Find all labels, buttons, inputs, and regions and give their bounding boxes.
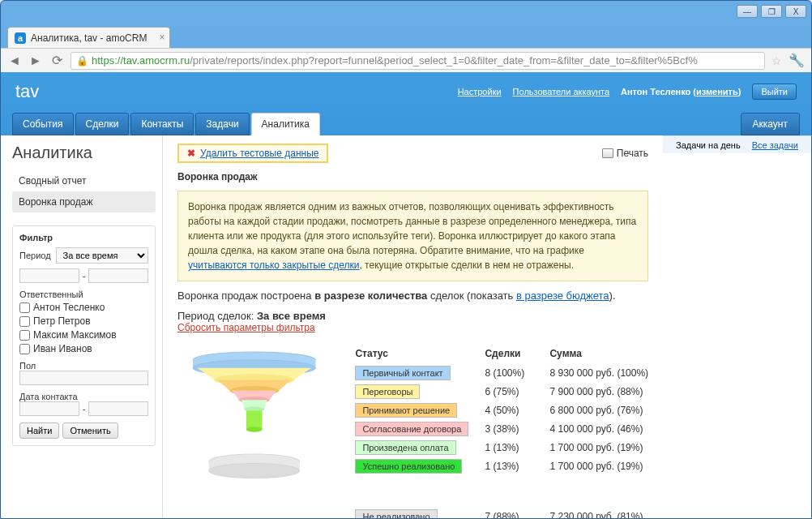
- cell-sum: 8 930 000 руб. (100%): [549, 367, 648, 379]
- tasks-day-label: Задачи на день: [676, 140, 741, 150]
- responsible-checkbox-0[interactable]: Антон Тесленко: [19, 302, 148, 313]
- cell-sum: 4 100 000 руб. (46%): [549, 423, 648, 435]
- status-badge: Произведена оплата: [355, 440, 455, 455]
- sidebar-item-0[interactable]: Сводный отчет: [12, 170, 156, 191]
- period-to-input[interactable]: [88, 268, 148, 283]
- filter-panel: Фильтр Период За все время - Ответственн…: [12, 225, 156, 446]
- cell-sum: 1 700 000 руб. (19%): [549, 442, 648, 453]
- delete-icon: ✖: [187, 148, 195, 159]
- cell-sum-lost: 7 230 000 руб. (81%): [549, 511, 648, 519]
- table-row: Согласование договора3 (38%)4 100 000 ру…: [355, 420, 648, 438]
- responsible-checkbox-1[interactable]: Петр Петров: [19, 315, 148, 327]
- period-from-input[interactable]: [19, 268, 79, 283]
- table-row-lost: Не реализовано 7 (88%) 7 230 000 руб. (8…: [355, 508, 648, 519]
- th-deals: Сделки: [485, 348, 549, 359]
- current-user: Антон Тесленко (изменить): [621, 87, 741, 97]
- svg-point-12: [246, 427, 263, 432]
- tab-close-icon[interactable]: ×: [159, 32, 165, 43]
- window-titlebar: — ❐ X: [1, 1, 811, 22]
- printer-icon: [602, 148, 613, 158]
- table-row: Переговоры6 (75%)7 900 000 руб. (88%): [355, 383, 648, 401]
- status-badge: Успешно реализовано: [355, 459, 462, 474]
- cell-sum: 1 700 000 руб. (19%): [549, 461, 648, 472]
- status-bar: Задачи на день Все задачи: [663, 135, 811, 153]
- reload-icon[interactable]: ⟳: [49, 54, 64, 68]
- info-box: Воронка продаж является одним из важных …: [177, 191, 648, 281]
- section-title: Воронка продаж: [177, 171, 648, 182]
- back-icon[interactable]: ◄: [7, 54, 22, 68]
- status-badge-lost: Не реализовано: [355, 509, 437, 519]
- table-row: Успешно реализовано1 (13%)1 700 000 руб.…: [355, 457, 648, 475]
- svg-rect-11: [246, 410, 263, 429]
- nav-tab-3[interactable]: Задачи: [195, 113, 249, 135]
- tab-title: Аналитика, tav - amoCRM: [31, 32, 147, 44]
- cell-sum: 6 800 000 руб. (76%): [549, 405, 648, 416]
- address-bar: ◄ ► ⟳ 🔒 https://tav.amocrm.ru/private/re…: [1, 48, 811, 72]
- lock-icon: 🔒: [76, 55, 88, 66]
- funnel-mode-line: Воронка продаж построена в разрезе колич…: [177, 290, 648, 302]
- settings-link[interactable]: Настройки: [458, 87, 502, 97]
- cell-deals: 4 (50%): [485, 405, 549, 416]
- responsible-label: Ответственный: [19, 290, 148, 299]
- period-select[interactable]: За все время: [56, 247, 148, 264]
- sidebar-item-1[interactable]: Воронка продаж: [12, 191, 156, 212]
- contact-from-input[interactable]: [19, 401, 79, 416]
- reset-filter-link[interactable]: Сбросить параметры фильтра: [177, 322, 315, 333]
- status-badge: Согласование договора: [355, 422, 468, 436]
- page-title: Аналитика: [12, 144, 156, 162]
- nav-tab-1[interactable]: Сделки: [75, 113, 130, 135]
- svg-point-15: [209, 463, 300, 478]
- all-tasks-link[interactable]: Все задачи: [752, 140, 798, 150]
- info-closed-deals-link[interactable]: учитываются только закрытые сделки: [188, 260, 359, 271]
- settings-wrench-icon[interactable]: 🔧: [788, 53, 805, 68]
- filter-title: Фильтр: [19, 233, 148, 242]
- table-row: Первичный контакт8 (100%)8 930 000 руб. …: [355, 364, 648, 382]
- account-users-link[interactable]: Пользователи аккаунта: [513, 87, 609, 97]
- filter-cancel-button[interactable]: Отменить: [62, 422, 118, 439]
- table-row: Принимают решение4 (50%)6 800 000 руб. (…: [355, 401, 648, 419]
- cell-deals: 1 (13%): [485, 461, 549, 472]
- status-badge: Принимают решение: [355, 403, 457, 418]
- print-link[interactable]: Печать: [602, 148, 648, 159]
- cell-deals: 1 (13%): [485, 442, 549, 453]
- status-badge: Первичный контакт: [355, 366, 450, 380]
- delete-test-data-link[interactable]: Удалить тестовые данные: [200, 148, 318, 159]
- th-sum: Сумма: [549, 348, 648, 359]
- funnel-chart: [177, 348, 331, 519]
- funnel-period-line: Период сделок: За все время: [177, 310, 648, 322]
- contact-date-label: Дата контакта: [19, 392, 148, 401]
- table-row: Произведена оплата1 (13%)1 700 000 руб. …: [355, 439, 648, 457]
- main-nav: СобытияСделкиКонтактыЗадачиАналитикаАкка…: [1, 111, 811, 135]
- nav-tab-2[interactable]: Контакты: [130, 113, 194, 135]
- contact-to-input[interactable]: [88, 401, 148, 416]
- cell-deals: 6 (75%): [485, 386, 549, 397]
- gender-label: Пол: [19, 361, 148, 371]
- status-badge: Переговоры: [355, 384, 420, 399]
- responsible-checkbox-3[interactable]: Иван Иванов: [19, 343, 148, 354]
- cell-sum: 7 900 000 руб. (88%): [549, 386, 648, 397]
- filter-find-button[interactable]: Найти: [19, 422, 59, 439]
- budget-mode-link[interactable]: в разрезе бюджета: [516, 290, 609, 302]
- logout-button[interactable]: Выйти: [752, 84, 797, 100]
- window-min-button[interactable]: —: [737, 5, 758, 18]
- period-label: Период: [19, 251, 51, 260]
- change-user-link[interactable]: изменить: [696, 87, 738, 97]
- window-max-button[interactable]: ❐: [761, 5, 782, 18]
- gender-input[interactable]: [19, 371, 148, 385]
- nav-tab-4[interactable]: Аналитика: [251, 113, 320, 135]
- forward-icon[interactable]: ►: [28, 54, 43, 68]
- favicon-icon: a: [15, 32, 26, 44]
- nav-tab-0[interactable]: События: [12, 113, 74, 135]
- bookmark-star-icon[interactable]: ☆: [771, 54, 782, 67]
- window-close-button[interactable]: X: [785, 5, 806, 18]
- browser-tab[interactable]: a Аналитика, tav - amoCRM ×: [7, 27, 170, 48]
- responsible-checkbox-2[interactable]: Максим Максимов: [19, 329, 148, 341]
- brand-title: tav: [15, 81, 39, 102]
- th-status: Статус: [355, 348, 485, 359]
- account-button[interactable]: Аккаунт: [741, 113, 800, 135]
- cell-deals-lost: 7 (88%): [485, 511, 549, 519]
- url-field[interactable]: 🔒 https://tav.amocrm.ru/private/reports/…: [71, 52, 765, 70]
- cell-deals: 8 (100%): [485, 367, 549, 379]
- cell-deals: 3 (38%): [485, 423, 549, 435]
- delete-test-data-banner: ✖ Удалить тестовые данные: [177, 144, 328, 163]
